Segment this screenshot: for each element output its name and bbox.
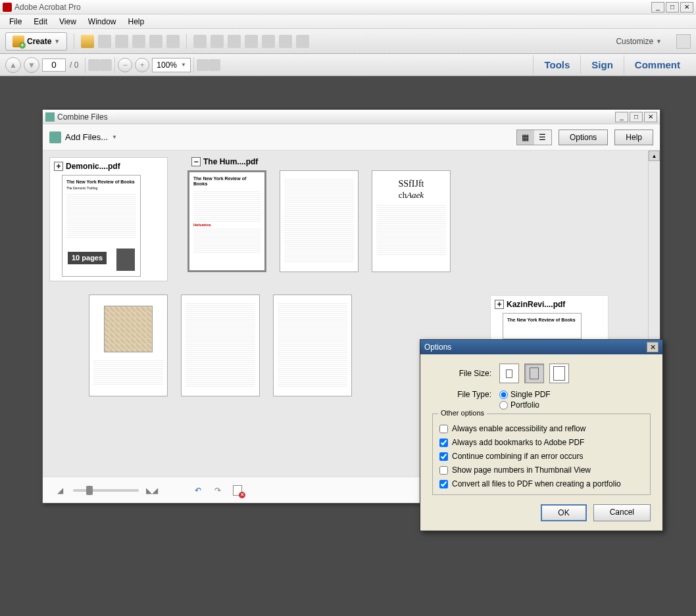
open-icon[interactable] bbox=[81, 35, 94, 48]
comment-icon[interactable] bbox=[211, 35, 224, 48]
undo-icon[interactable]: ↶ bbox=[191, 484, 205, 497]
file-name: KazinRevi....pdf bbox=[507, 300, 565, 309]
edit-icon[interactable] bbox=[149, 35, 162, 48]
customize-menu[interactable]: Customize ▼ bbox=[610, 34, 667, 49]
fullscreen-icon[interactable] bbox=[676, 34, 691, 49]
add-files-button[interactable]: Add Files... ▼ bbox=[49, 131, 117, 143]
combine-toolbar: Add Files... ▼ ▦ ☰ Options Help bbox=[43, 124, 660, 151]
checkbox-label: Show page numbers in Thumbnail View bbox=[452, 465, 591, 475]
cloud-icon[interactable] bbox=[115, 35, 128, 48]
comment-panel-button[interactable]: Comment bbox=[624, 55, 691, 74]
file-size-large-button[interactable] bbox=[549, 364, 569, 383]
scroll-up-button[interactable]: ▲ bbox=[649, 151, 660, 161]
thumbnail-page-1[interactable]: The New York Review of Books Helvetica bbox=[187, 170, 266, 272]
fit-width-icon[interactable] bbox=[209, 59, 220, 71]
collapse-icon[interactable]: − bbox=[191, 157, 201, 166]
stamp-icon[interactable] bbox=[245, 35, 258, 48]
gear-icon[interactable] bbox=[193, 35, 207, 48]
print-icon[interactable] bbox=[132, 35, 145, 48]
checkbox-label: Always add bookmarks to Adobe PDF bbox=[452, 438, 584, 447]
file-item-demonic[interactable]: + Demonic....pdf The New York Review of … bbox=[49, 157, 168, 281]
page-number-input[interactable] bbox=[42, 59, 66, 72]
redo-icon[interactable]: ↷ bbox=[211, 484, 224, 497]
app-titlebar: Adobe Acrobat Pro _ □ ✕ bbox=[0, 0, 696, 14]
options-button[interactable]: Options bbox=[559, 130, 608, 145]
convert-portfolio-checkbox[interactable] bbox=[439, 480, 448, 488]
fit-page-icon[interactable] bbox=[197, 59, 209, 71]
zoom-out-button[interactable]: − bbox=[118, 58, 132, 72]
file-size-medium-button[interactable] bbox=[524, 364, 544, 383]
ok-button[interactable]: OK bbox=[541, 504, 586, 521]
select-tool-icon[interactable] bbox=[88, 59, 100, 71]
combine-titlebar: Combine Files _ □ ✕ bbox=[43, 110, 660, 124]
close-button[interactable]: ✕ bbox=[680, 2, 693, 12]
zoom-in-thumb-icon[interactable]: ◣◢ bbox=[145, 484, 159, 497]
expand-icon[interactable]: + bbox=[495, 300, 504, 309]
file-size-small-button[interactable] bbox=[499, 364, 519, 383]
menu-file[interactable]: File bbox=[4, 16, 27, 28]
menu-edit[interactable]: Edit bbox=[28, 16, 53, 28]
create-button[interactable]: Create ▼ bbox=[5, 32, 67, 51]
file-item-kazin[interactable]: + KazinRevi....pdf The New York Review o… bbox=[490, 295, 609, 344]
maximize-button[interactable]: □ bbox=[666, 2, 679, 12]
zoom-in-button[interactable]: + bbox=[135, 58, 149, 72]
combine-maximize-button[interactable]: □ bbox=[630, 112, 643, 122]
menu-help[interactable]: Help bbox=[123, 16, 150, 28]
thumbnail[interactable]: The New York Review of Books bbox=[503, 313, 582, 339]
thumbnail[interactable]: The New York Review of Books The Demonic… bbox=[62, 175, 141, 277]
remove-icon[interactable]: ✕ bbox=[231, 484, 244, 497]
hand-tool-icon[interactable] bbox=[100, 59, 112, 71]
tools-panel-button[interactable]: Tools bbox=[533, 55, 580, 74]
zoom-select[interactable]: 100% ▼ bbox=[152, 58, 191, 72]
dropdown-arrow-icon: ▼ bbox=[181, 62, 186, 68]
file-type-label: File Type: bbox=[432, 390, 491, 399]
accessibility-checkbox[interactable] bbox=[439, 425, 448, 433]
file-item-hum[interactable]: − The Hum....pdf The New York Review of … bbox=[187, 157, 641, 272]
thumbnail-view-button[interactable]: ▦ bbox=[517, 130, 534, 145]
menu-view[interactable]: View bbox=[54, 16, 82, 28]
thumbnail-page-4[interactable] bbox=[89, 295, 168, 396]
highlight-icon[interactable] bbox=[228, 35, 241, 48]
page-numbers-checkbox[interactable] bbox=[439, 466, 448, 475]
combine-close-button[interactable]: ✕ bbox=[644, 112, 657, 122]
export-icon[interactable] bbox=[296, 35, 309, 48]
create-icon bbox=[12, 36, 24, 47]
attach-icon[interactable] bbox=[262, 35, 275, 48]
sign-panel-button[interactable]: Sign bbox=[580, 55, 624, 74]
continue-error-checkbox[interactable] bbox=[439, 452, 448, 461]
thumb-heading: The New York Review of Books bbox=[193, 176, 261, 187]
bookmarks-checkbox[interactable] bbox=[439, 438, 448, 447]
checkbox-label: Always enable accessibility and reflow bbox=[452, 424, 585, 433]
view-toggle: ▦ ☰ bbox=[516, 130, 552, 145]
portfolio-radio[interactable] bbox=[499, 401, 508, 410]
list-view-button[interactable]: ☰ bbox=[534, 130, 551, 145]
file-name: Demonic....pdf bbox=[66, 162, 120, 171]
thumbnail-page-5[interactable] bbox=[181, 295, 260, 396]
page-down-button[interactable]: ▼ bbox=[24, 57, 39, 73]
sign-icon[interactable] bbox=[279, 35, 292, 48]
combine-minimize-button[interactable]: _ bbox=[615, 112, 628, 122]
options-close-button[interactable]: ✕ bbox=[647, 342, 659, 352]
file-size-label: File Size: bbox=[432, 369, 491, 378]
page-up-button[interactable]: ▲ bbox=[5, 57, 21, 73]
thumbnail-page-3[interactable]: SSfIJft chAaek bbox=[372, 170, 451, 272]
menu-window[interactable]: Window bbox=[83, 16, 122, 28]
zoom-out-thumb-icon[interactable]: ◢ bbox=[53, 484, 66, 497]
single-pdf-radio[interactable] bbox=[499, 391, 508, 399]
menubar: File Edit View Window Help bbox=[0, 14, 696, 29]
options-title: Options bbox=[424, 343, 647, 352]
thumbnail-size-slider[interactable] bbox=[73, 489, 139, 492]
thumb-heading: The New York Review of Books bbox=[66, 179, 136, 185]
combine-icon bbox=[45, 112, 55, 122]
help-button[interactable]: Help bbox=[614, 130, 653, 145]
navigation-toolbar: ▲ ▼ / 0 − + 100% ▼ Tools Sign Comment bbox=[0, 54, 696, 76]
save-icon[interactable] bbox=[98, 35, 111, 48]
expand-icon[interactable]: + bbox=[54, 162, 63, 171]
minimize-button[interactable]: _ bbox=[651, 2, 664, 12]
thumbnail-page-2[interactable] bbox=[280, 170, 359, 272]
thumbnail-page-6[interactable] bbox=[273, 295, 352, 396]
workspace: Combine Files _ □ ✕ Add Files... ▼ ▦ ☰ O… bbox=[0, 76, 696, 616]
cancel-button[interactable]: Cancel bbox=[593, 504, 651, 521]
email-icon[interactable] bbox=[166, 35, 180, 48]
customize-label: Customize bbox=[616, 37, 653, 46]
